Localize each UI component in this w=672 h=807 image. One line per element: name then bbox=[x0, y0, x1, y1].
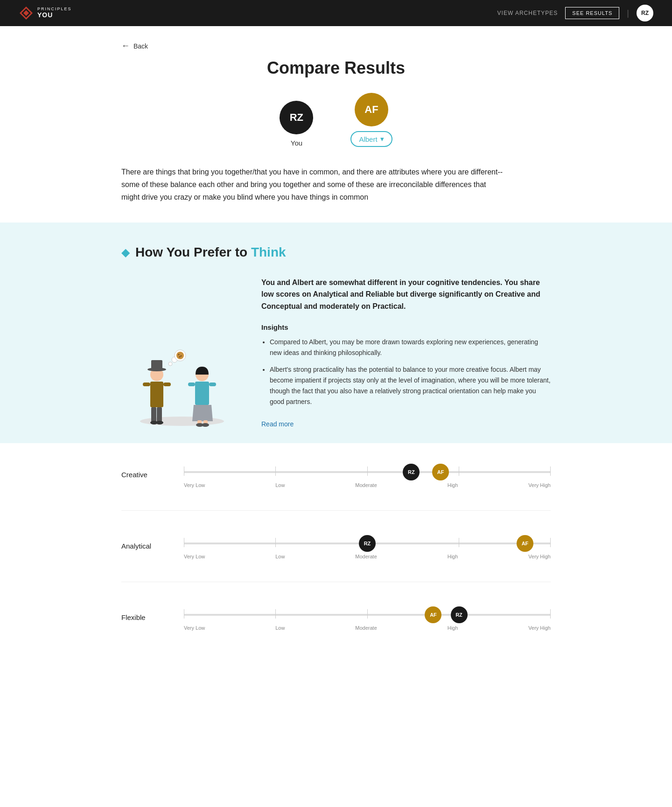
marker-low: Low bbox=[275, 625, 285, 631]
chart-track-creative: RZ AF Very Low Low Moderate High Very Hi… bbox=[184, 462, 551, 488]
see-results-button[interactable]: SEE RESULTS bbox=[565, 7, 619, 19]
chart-track-flexible: AF RZ Very Low Low Moderate High Very Hi… bbox=[184, 605, 551, 631]
navigation: PRINCIPLES YOU VIEW ARCHETYPES SEE RESUL… bbox=[0, 0, 672, 26]
logo-diamond-icon bbox=[19, 6, 34, 21]
nav-divider: | bbox=[627, 8, 629, 18]
chart-markers-flexible: Very Low Low Moderate High Very High bbox=[184, 625, 551, 631]
svg-rect-29 bbox=[209, 383, 216, 386]
marker-moderate: Moderate bbox=[355, 554, 377, 559]
chart-track-analytical: RZ AF Very Low Low Moderate High Very Hi… bbox=[184, 533, 551, 559]
svg-marker-22 bbox=[192, 405, 213, 421]
svg-rect-6 bbox=[157, 407, 162, 422]
page-container: ← Back Compare Results RZ You AF Albert … bbox=[103, 26, 569, 204]
chart-markers-analytical: Very Low Low Moderate High Very High bbox=[184, 554, 551, 559]
compare-avatar-group: AF Albert ▾ bbox=[350, 93, 392, 147]
svg-rect-4 bbox=[150, 382, 163, 407]
user-avatar-label: You bbox=[291, 139, 302, 147]
marker-low: Low bbox=[275, 554, 285, 559]
compare-avatar-circle: AF bbox=[355, 93, 388, 126]
logo-text: PRINCIPLES YOU bbox=[37, 7, 72, 19]
marker-very-low: Very Low bbox=[184, 482, 205, 488]
chart-label-analytical: Analytical bbox=[121, 542, 173, 550]
chart-row-flexible: Flexible AF RZ Very Low bbox=[121, 605, 551, 631]
think-illustration-svg bbox=[126, 326, 238, 428]
think-section-inner: ◆ How You Prefer to Think bbox=[103, 245, 569, 428]
back-button[interactable]: ← Back bbox=[121, 26, 551, 58]
marker-very-high: Very High bbox=[528, 482, 551, 488]
svg-point-8 bbox=[156, 421, 163, 424]
svg-point-17 bbox=[176, 352, 184, 359]
chart-divider-1 bbox=[121, 510, 551, 511]
af-dot-flexible: AF bbox=[425, 606, 441, 623]
svg-rect-28 bbox=[188, 383, 195, 386]
back-arrow-icon: ← bbox=[121, 41, 130, 51]
rz-dot-creative: RZ bbox=[403, 464, 420, 480]
chart-label-flexible: Flexible bbox=[121, 613, 173, 621]
chart-label-creative: Creative bbox=[121, 471, 173, 479]
think-section: ◆ How You Prefer to Think bbox=[0, 223, 672, 443]
insights-label: Insights bbox=[261, 323, 551, 331]
marker-high: High bbox=[448, 625, 458, 631]
insight-item: Albert's strong practicality has the pot… bbox=[270, 364, 551, 407]
marker-low: Low bbox=[275, 482, 285, 488]
svg-rect-5 bbox=[151, 407, 156, 422]
insights-list: Compared to Albert, you may be more draw… bbox=[261, 337, 551, 407]
compare-selector[interactable]: Albert ▾ bbox=[350, 131, 392, 147]
compare-name: Albert bbox=[359, 135, 377, 143]
insight-item: Compared to Albert, you may be more draw… bbox=[270, 337, 551, 358]
rz-dot-flexible: RZ bbox=[451, 606, 468, 623]
chevron-down-icon: ▾ bbox=[380, 135, 384, 143]
section-diamond-icon: ◆ bbox=[121, 246, 130, 259]
section-title-plain: How You Prefer to bbox=[135, 245, 251, 259]
svg-rect-13 bbox=[163, 383, 171, 386]
marker-very-low: Very Low bbox=[184, 554, 205, 559]
rz-dot-analytical: RZ bbox=[359, 535, 376, 552]
marker-high: High bbox=[448, 554, 458, 559]
svg-point-18 bbox=[178, 354, 180, 355]
view-archetypes-link[interactable]: VIEW ARCHETYPES bbox=[497, 10, 558, 16]
page-title: Compare Results bbox=[121, 58, 551, 78]
chart-divider-2 bbox=[121, 582, 551, 582]
af-dot-creative: AF bbox=[432, 464, 449, 480]
intro-text: There are things that bring you together… bbox=[121, 166, 504, 204]
user-avatar-circle: RZ bbox=[280, 101, 313, 134]
think-content: You and Albert are somewhat different in… bbox=[261, 277, 551, 428]
charts-inner: Creative RZ AF Very Low bbox=[103, 462, 569, 631]
chart-row-analytical: Analytical RZ AF Very Low bbox=[121, 533, 551, 559]
svg-point-26 bbox=[202, 423, 209, 427]
chart-row-creative: Creative RZ AF Very Low bbox=[121, 462, 551, 488]
think-body: You and Albert are somewhat different in… bbox=[121, 277, 551, 428]
user-avatar-group: RZ You bbox=[280, 101, 313, 147]
section-title-colored: Think bbox=[251, 245, 286, 259]
svg-point-14 bbox=[168, 362, 172, 366]
marker-very-low: Very Low bbox=[184, 625, 205, 631]
svg-rect-11 bbox=[151, 360, 162, 370]
logo[interactable]: PRINCIPLES YOU bbox=[19, 6, 72, 21]
svg-point-20 bbox=[179, 356, 181, 357]
think-illustration bbox=[121, 277, 243, 428]
read-more-link[interactable]: Read more bbox=[261, 420, 294, 428]
svg-rect-12 bbox=[143, 383, 150, 386]
section-title: How You Prefer to Think bbox=[135, 245, 286, 260]
chart-markers-creative: Very Low Low Moderate High Very High bbox=[184, 482, 551, 488]
avatars-row: RZ You AF Albert ▾ bbox=[121, 93, 551, 147]
user-avatar[interactable]: RZ bbox=[637, 5, 653, 21]
marker-moderate: Moderate bbox=[355, 625, 377, 631]
charts-area: Creative RZ AF Very Low bbox=[0, 443, 672, 672]
nav-right: VIEW ARCHETYPES SEE RESULTS | RZ bbox=[497, 5, 653, 21]
marker-very-high: Very High bbox=[528, 625, 551, 631]
af-dot-analytical: AF bbox=[517, 535, 533, 552]
svg-rect-21 bbox=[195, 382, 209, 405]
marker-moderate: Moderate bbox=[355, 482, 377, 488]
marker-very-high: Very High bbox=[528, 554, 551, 559]
back-label: Back bbox=[133, 42, 148, 50]
marker-high: High bbox=[448, 482, 458, 488]
think-description: You and Albert are somewhat different in… bbox=[261, 277, 551, 313]
section-header: ◆ How You Prefer to Think bbox=[121, 245, 551, 260]
svg-point-19 bbox=[181, 355, 182, 356]
